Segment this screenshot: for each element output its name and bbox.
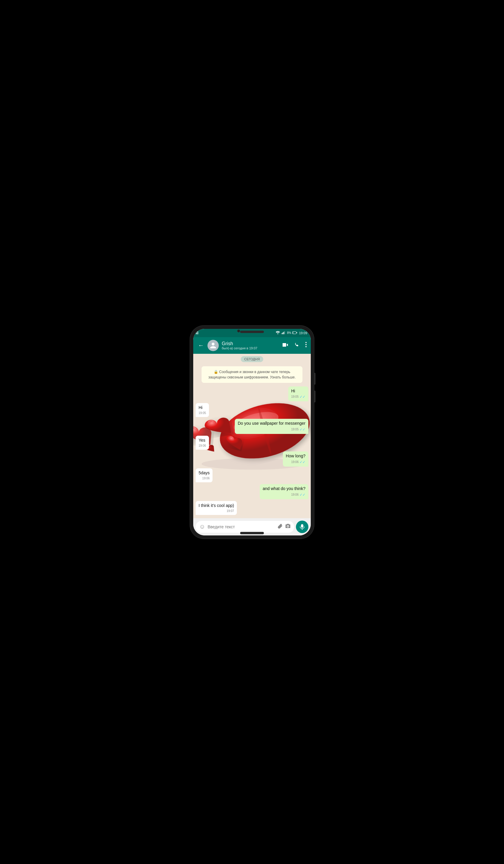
message-meta: 19:06 (199, 444, 206, 448)
message-ticks: ✓✓ (300, 394, 305, 399)
volume-button-down (314, 391, 315, 403)
message-meta: 19:07 (199, 509, 234, 513)
status-right: 8% 19:09 (276, 331, 307, 335)
message-input[interactable] (207, 525, 275, 529)
contact-status: был(-а) сегодня в 19:07 (222, 346, 280, 350)
message-time: 19:07 (227, 509, 234, 513)
status-bar: 🖼 8% (193, 329, 311, 337)
message-row: How long? 19:06 ✓✓ (196, 452, 308, 466)
front-camera (237, 329, 240, 333)
message-row: I think it's cool app) 19:07 (196, 501, 308, 515)
back-button[interactable]: ← (196, 339, 206, 351)
message-ticks: ✓✓ (300, 427, 305, 432)
contact-info[interactable]: Grish был(-а) сегодня в 19:07 (222, 341, 280, 350)
message-input-box[interactable]: ☺ (196, 521, 294, 533)
message-time: 19:05 (291, 428, 299, 432)
chat-toolbar: ← Grish был(-а) сегодня в 19:07 (193, 337, 311, 354)
message-bubble: Do you use wallpaper for messenger 19:05… (235, 419, 308, 434)
menu-button[interactable] (304, 340, 308, 350)
message-bubble: Yes 19:06 (196, 436, 209, 450)
svg-rect-1 (282, 333, 282, 334)
message-ticks: ✓✓ (300, 492, 305, 497)
message-meta: 19:05 ✓✓ (291, 394, 305, 399)
contact-name: Grish (222, 341, 280, 346)
svg-rect-2 (283, 333, 283, 334)
mic-button[interactable] (296, 520, 308, 533)
svg-rect-3 (284, 332, 284, 334)
status-left: 🖼 (196, 331, 199, 335)
toolbar-actions (280, 340, 308, 350)
svg-point-8 (305, 342, 307, 343)
message-bubble: and what do you think? 19:06 ✓✓ (260, 484, 308, 499)
message-text: Do you use wallpaper for messenger (238, 421, 305, 425)
message-time: 19:06 (202, 476, 209, 481)
message-bubble: I think it's cool app) 19:07 (196, 501, 237, 515)
message-text: How long? (286, 454, 305, 458)
message-time: 19:06 (199, 444, 206, 448)
svg-point-10 (305, 346, 307, 347)
status-time: 19:09 (299, 331, 307, 335)
svg-point-9 (305, 344, 307, 345)
message-meta: 19:05 (199, 411, 206, 415)
phone-screen: 🖼 8% (193, 329, 311, 536)
emoji-button[interactable]: ☺ (199, 523, 205, 530)
message-time: 19:06 (291, 493, 299, 497)
svg-rect-6 (293, 332, 293, 334)
message-row: Do you use wallpaper for messenger 19:05… (196, 419, 308, 434)
message-text: Hi (291, 388, 295, 393)
battery-level: 8% (287, 331, 291, 335)
message-row: 5days 19:06 (196, 468, 308, 483)
message-time: 19:06 (291, 460, 299, 464)
encryption-notice: 🔒 Сообщения и звонки в данном чате тепер… (202, 366, 302, 383)
speaker-bottom (240, 532, 264, 534)
message-meta: 19:06 ✓✓ (263, 492, 305, 497)
message-bubble: Hi 19:05 ✓✓ (288, 386, 308, 401)
date-badge: СЕГОДНЯ (241, 356, 263, 362)
wifi-icon (276, 331, 280, 335)
attach-button[interactable] (277, 523, 283, 530)
message-ticks: ✓✓ (300, 460, 305, 465)
message-text: 5days (199, 470, 209, 475)
message-meta: 19:06 ✓✓ (286, 460, 305, 465)
message-text: Yes (199, 438, 205, 443)
message-row: Hi 19:05 ✓✓ (196, 386, 308, 401)
phone-call-button[interactable] (292, 340, 301, 350)
message-bubble: 5days 19:06 (196, 468, 213, 483)
message-row: Yes 19:06 (196, 436, 308, 450)
message-row: Hi 19:05 (196, 403, 308, 417)
chat-area[interactable]: СЕГОДНЯ 🔒 Сообщения и звонки в данном ча… (193, 354, 311, 518)
message-bubble: Hi 19:05 (196, 403, 209, 417)
notification-icon: 🖼 (196, 331, 199, 335)
phone-device: 🖼 8% (190, 325, 314, 539)
message-time: 19:05 (199, 411, 206, 415)
volume-button-up (314, 373, 315, 385)
video-call-button[interactable] (280, 340, 290, 350)
contact-avatar[interactable] (207, 340, 219, 351)
svg-rect-4 (284, 331, 285, 334)
message-meta: 19:06 (199, 476, 209, 481)
svg-point-0 (277, 333, 278, 334)
signal-icon (282, 331, 285, 335)
message-bubble: How long? 19:06 ✓✓ (283, 452, 308, 466)
message-meta: 19:05 ✓✓ (238, 427, 305, 432)
speaker-top (240, 331, 264, 333)
message-text: Hi (199, 405, 202, 410)
camera-input-button[interactable] (285, 523, 291, 530)
svg-rect-7 (297, 332, 297, 333)
battery-icon (292, 331, 297, 335)
message-text: I think it's cool app) (199, 503, 234, 508)
message-time: 19:05 (291, 395, 299, 399)
message-row: and what do you think? 19:06 ✓✓ (196, 484, 308, 499)
svg-point-15 (287, 526, 288, 527)
message-text: and what do you think? (263, 486, 305, 491)
